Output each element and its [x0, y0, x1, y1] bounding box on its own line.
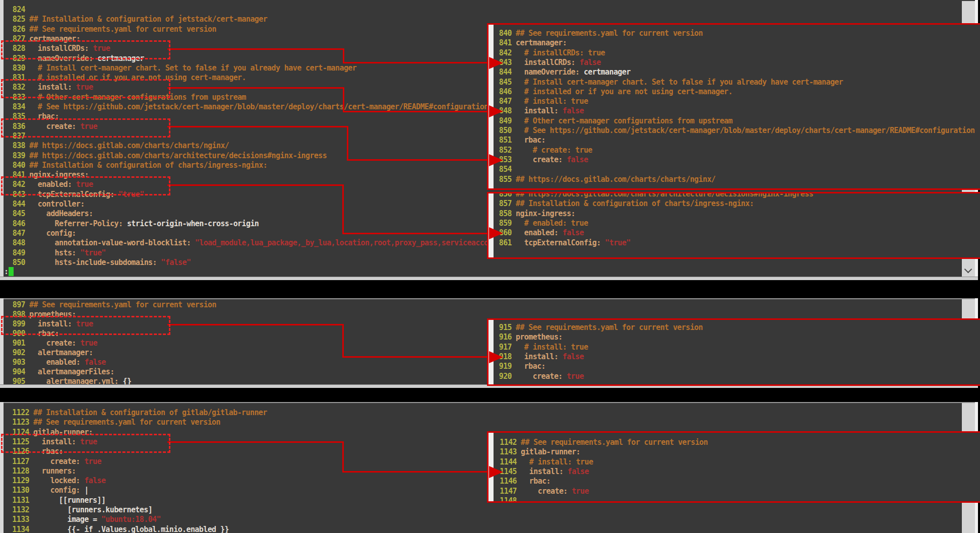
- line-number: 1129: [4, 476, 29, 486]
- code-token: certmanager:: [516, 38, 567, 47]
- code-token: ## See requirements.yaml for current ver…: [516, 323, 703, 332]
- code-line: 853 create: false: [495, 155, 588, 165]
- overlay-left-strip: [488, 193, 494, 257]
- code-token: hsts:: [29, 248, 76, 257]
- code-line: 830 # Install cert-manager chart. Set to…: [4, 63, 356, 74]
- code-token: # install: true: [516, 97, 588, 106]
- line-number: 1132: [4, 505, 29, 515]
- chevron-down-icon: [964, 265, 972, 274]
- code-line: 844 controller:: [4, 199, 85, 210]
- connector-line: [347, 159, 488, 161]
- code-token: "true": [76, 248, 106, 257]
- code-token: # Other cert-manager configurations from…: [516, 116, 732, 125]
- code-line: 1146 rbac:: [495, 477, 550, 487]
- code-token: |: [80, 486, 89, 495]
- line-number: 844: [495, 68, 512, 77]
- code-token: true: [76, 339, 97, 348]
- code-line: 840## See requirements.yaml for current …: [495, 29, 703, 39]
- code-token: alertmanager:: [29, 348, 93, 357]
- line-number: 856: [495, 192, 512, 199]
- code-token: rbac:: [516, 362, 545, 371]
- annotated-diff-canvas: 824825## Installation & configuration of…: [0, 0, 980, 533]
- scroll-down-button[interactable]: [963, 265, 974, 276]
- code-line: 856## https://docs.gitlab.com/charts/arc…: [495, 192, 813, 199]
- code-line: 1145 install: false: [495, 467, 589, 477]
- code-line: 1129 locked: false: [4, 476, 105, 486]
- code-token: false: [575, 58, 601, 67]
- code-line: 850 # See https://github.com/jetstack/ce…: [495, 126, 975, 136]
- line-number: 850: [4, 258, 25, 268]
- line-number: 824: [4, 5, 25, 15]
- code-token: config:: [29, 229, 76, 238]
- code-token: enabled:: [516, 228, 558, 237]
- line-number: 855: [495, 175, 512, 184]
- code-token: ## https://docs.gitlab.com/charts/archit…: [29, 151, 327, 160]
- code-line: 826## See requirements.yaml for current …: [4, 25, 216, 35]
- code-token: true: [568, 487, 589, 496]
- code-line: 858nginx-ingress:: [495, 209, 575, 219]
- connector-line: [342, 324, 344, 358]
- code-line: 918 install: false: [495, 352, 584, 362]
- line-number: 901: [4, 339, 25, 348]
- code-token: # installed or if you are not using cert…: [516, 87, 732, 96]
- code-line: 843 installCRDs: false: [495, 58, 601, 68]
- line-number: 858: [495, 209, 512, 219]
- change-highlight-box: [1, 176, 170, 195]
- code-line: 919 rbac:: [495, 362, 545, 372]
- code-line: 851 rbac:: [495, 136, 545, 146]
- connector-line: [342, 184, 344, 234]
- code-line: 915## See requirements.yaml for current …: [495, 323, 703, 333]
- command-prompt: :: [4, 267, 8, 276]
- code-token: create:: [33, 457, 80, 466]
- line-number: 840: [495, 29, 512, 38]
- code-token: true: [80, 457, 101, 466]
- code-token: create:: [516, 372, 563, 381]
- code-token: {{- if .Values.global.minio.enabled }}: [33, 525, 229, 533]
- code-line: 845 addHeaders:: [4, 209, 93, 219]
- code-token: rbac:: [521, 477, 550, 486]
- code-token: [runners.kubernetes]: [33, 505, 152, 514]
- change-highlight-box: [1, 40, 170, 59]
- code-token: runners:: [33, 467, 76, 476]
- code-token: ## Installation & configuration of jetst…: [29, 15, 267, 24]
- code-token: annotation-value-word-blocklist:: [29, 238, 191, 247]
- line-number: 844: [4, 199, 25, 209]
- code-line: 1132 [runners.kubernetes]: [4, 505, 152, 515]
- connector-line: [167, 48, 343, 50]
- vim-command-line[interactable]: :: [4, 267, 14, 277]
- code-line: 840## Installation & configuration of ch…: [4, 161, 267, 171]
- line-number: 847: [4, 229, 25, 238]
- connector-line: [343, 62, 488, 63]
- window-left-edge-bottom: [0, 402, 4, 533]
- code-line: 854: [495, 165, 516, 175]
- code-line: 920 create: true: [495, 372, 584, 382]
- code-token: hsts-include-subdomains:: [29, 258, 157, 267]
- code-line: 1143gitlab-runner:: [495, 447, 580, 457]
- code-line: 1128 runners:: [4, 467, 76, 477]
- code-token: create:: [29, 339, 76, 348]
- code-token: # enabled: true: [516, 219, 588, 228]
- code-token: "true": [601, 238, 631, 247]
- line-number: 846: [495, 87, 512, 97]
- code-token: false: [80, 358, 106, 367]
- line-number: 904: [4, 367, 25, 377]
- code-token: gitlab-runner:: [521, 447, 580, 456]
- code-line: 852 # create: true: [495, 146, 592, 156]
- connector-line: [343, 111, 488, 112]
- code-line: 1131 [[runners]]: [4, 496, 105, 506]
- code-line: 825## Installation & configuration of je…: [4, 15, 267, 25]
- line-number: 1122: [4, 408, 29, 418]
- code-token: Referrer-Policy:: [29, 219, 122, 228]
- window-top-edge-middle: [0, 298, 978, 299]
- line-number: 1147: [495, 487, 517, 496]
- code-token: create:: [516, 155, 563, 164]
- code-line: 1130 config: |: [4, 486, 89, 496]
- arrowhead-icon: [489, 105, 503, 117]
- connector-line: [342, 471, 488, 473]
- code-line: 846 # installed or if you are not using …: [495, 87, 732, 97]
- code-line: 904 alertmanagerFiles:: [4, 367, 114, 377]
- code-line: 841certmanager:: [495, 38, 567, 48]
- line-number: 1130: [4, 486, 29, 495]
- code-line: 849 hsts: "true": [4, 248, 106, 258]
- line-number: 1133: [4, 515, 29, 524]
